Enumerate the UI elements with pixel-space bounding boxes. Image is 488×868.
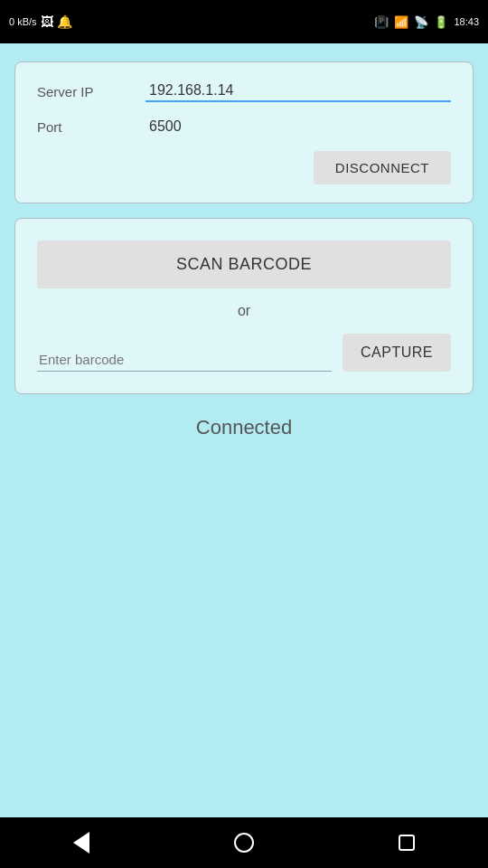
server-ip-label: Server IP bbox=[37, 84, 145, 99]
status-left: 0 kB/s 🖼 🔔 bbox=[9, 14, 72, 29]
notification-icon: 🔔 bbox=[57, 14, 72, 29]
navigation-bar bbox=[0, 817, 488, 868]
back-button[interactable] bbox=[60, 821, 103, 864]
signal-icon: 📶 bbox=[394, 15, 408, 29]
battery-icon: 🔋 bbox=[434, 15, 448, 29]
vibrate-icon: 📳 bbox=[374, 15, 389, 29]
main-content: Server IP Port DISCONNECT SCAN BARCODE o… bbox=[0, 43, 488, 817]
barcode-card: SCAN BARCODE or CAPTURE bbox=[14, 218, 474, 394]
network-speed: 0 kB/s bbox=[9, 16, 37, 27]
status-icons: 📳 📶 📡 🔋 18:43 bbox=[374, 15, 479, 29]
recent-icon bbox=[399, 835, 415, 851]
home-icon bbox=[234, 833, 254, 853]
server-ip-input[interactable] bbox=[145, 80, 451, 102]
home-button[interactable] bbox=[222, 821, 266, 864]
recent-button[interactable] bbox=[385, 821, 428, 864]
status-bar: 0 kB/s 🖼 🔔 📳 📶 📡 🔋 18:43 bbox=[0, 0, 488, 43]
connected-status: Connected bbox=[14, 416, 474, 439]
barcode-input-row: CAPTURE bbox=[37, 334, 451, 372]
scan-barcode-button[interactable]: SCAN BARCODE bbox=[37, 241, 451, 288]
connection-card: Server IP Port DISCONNECT bbox=[14, 61, 474, 203]
disconnect-row: DISCONNECT bbox=[37, 151, 451, 184]
disconnect-button[interactable]: DISCONNECT bbox=[314, 151, 451, 184]
barcode-input[interactable] bbox=[37, 348, 332, 372]
or-divider: or bbox=[37, 303, 451, 319]
port-input[interactable] bbox=[145, 117, 451, 137]
server-ip-row: Server IP bbox=[37, 80, 451, 102]
wifi-icon: 📡 bbox=[414, 15, 428, 29]
port-label: Port bbox=[37, 119, 145, 135]
time: 18:43 bbox=[454, 16, 479, 27]
back-icon bbox=[73, 832, 89, 854]
capture-button[interactable]: CAPTURE bbox=[343, 334, 451, 372]
port-row: Port bbox=[37, 117, 451, 137]
gallery-icon: 🖼 bbox=[41, 14, 53, 29]
